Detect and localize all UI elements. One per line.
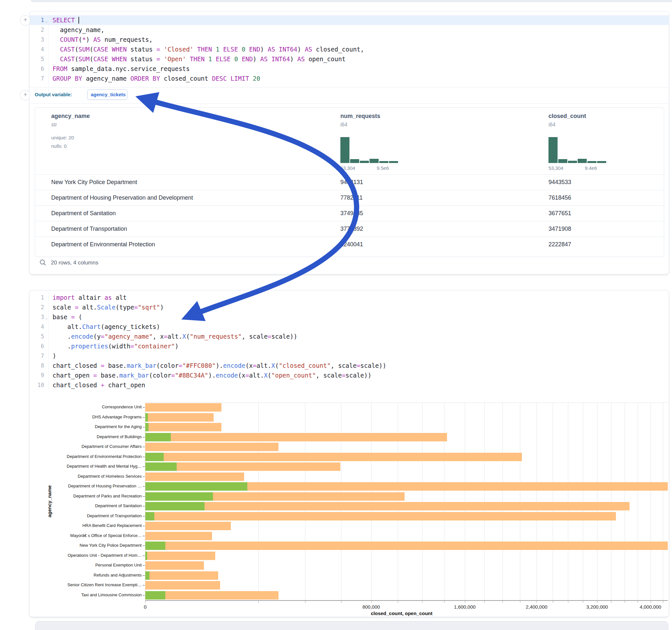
code-line[interactable]: 6 .properties(width="container") <box>30 341 668 351</box>
bar-closed[interactable] <box>145 552 215 560</box>
x-tick-mark <box>502 601 503 603</box>
bar-open[interactable] <box>145 541 165 550</box>
y-tick-label: DHS Advantage Programs <box>55 414 142 419</box>
bar-closed[interactable] <box>145 433 447 441</box>
x-tick-mark <box>371 601 371 603</box>
y-tick-label: Personal Exemption Unit <box>55 563 142 567</box>
cell-closed-count: 3677651 <box>549 210 571 217</box>
code-line[interactable]: 1import altair as alt <box>30 293 668 302</box>
y-tick-label: Department of Sanitation <box>55 503 142 508</box>
code-line[interactable]: 4 alt.Chart(agency_tickets) <box>30 322 668 332</box>
y-tick-label: Senior Citizen Rent Increase Exempti… <box>55 582 142 587</box>
bar-open[interactable] <box>145 512 154 520</box>
code-line[interactable]: 5 .encode(y="agency_name", x=alt.X("num_… <box>30 332 668 341</box>
bar-closed[interactable] <box>145 581 220 589</box>
bar-open[interactable] <box>145 552 147 560</box>
chevron-down-icon[interactable]: ⌄ <box>45 16 48 26</box>
code-line[interactable]: 5 CAST(SUM(CASE WHEN status = 'Open' THE… <box>30 54 668 64</box>
y-tick-mark <box>143 516 145 516</box>
gridline <box>371 403 371 600</box>
x-tick-mark <box>305 601 305 603</box>
search-icon[interactable] <box>39 259 46 266</box>
x-tick-mark <box>465 601 465 603</box>
bar-closed[interactable] <box>145 413 214 421</box>
y-tick-mark <box>143 565 145 566</box>
bar-closed[interactable] <box>145 532 212 540</box>
bar-closed[interactable] <box>145 571 218 580</box>
table-row[interactable]: Department of Sanitation37494853677651 <box>35 205 664 221</box>
add-cell-button[interactable]: + <box>20 90 30 100</box>
code-line[interactable]: 9chart_open = base.mark_bar(color="#8BC3… <box>30 370 668 380</box>
code-line[interactable]: 3 COUNT(*) AS num_requests, <box>30 35 668 44</box>
code-text: base = ( <box>52 312 82 322</box>
code-line[interactable]: 8chart_closed = base.mark_bar(color="#FF… <box>30 361 668 370</box>
gridline <box>465 403 465 600</box>
line-number: 8 <box>30 361 44 370</box>
bar-closed[interactable] <box>145 403 221 412</box>
table-row[interactable]: Department of Housing Preservation and D… <box>35 190 664 206</box>
table-row[interactable]: New York City Police Department945313194… <box>35 174 664 190</box>
bar-closed[interactable] <box>145 522 231 530</box>
code-text: chart_open = base.mark_bar(color="#8BC34… <box>52 370 371 380</box>
histogram-bar <box>549 137 557 163</box>
bar-closed[interactable] <box>145 423 221 431</box>
gutter-divider <box>48 13 49 94</box>
code-line[interactable]: 7) <box>30 351 668 361</box>
bar-open[interactable] <box>145 502 205 510</box>
column-histogram[interactable] <box>549 135 607 163</box>
y-tick-mark <box>143 446 145 447</box>
gridline <box>398 403 398 600</box>
code-line[interactable]: 7GROUP BY agency_name ORDER BY closed_co… <box>30 74 668 83</box>
bar-open[interactable] <box>145 492 213 501</box>
x-tick-mark <box>553 601 553 603</box>
bar-open[interactable] <box>145 462 177 471</box>
y-tick-label: Refunds and Adjustments <box>55 573 142 578</box>
bar-open[interactable] <box>145 571 149 580</box>
y-tick-mark <box>143 595 145 596</box>
code-line[interactable]: 1⌄SELECT <box>30 15 668 25</box>
bar-closed[interactable] <box>145 453 522 461</box>
table-row[interactable]: Department of Environmental Protection22… <box>35 237 664 252</box>
column-header: agency_name <box>51 113 90 120</box>
bar-closed[interactable] <box>145 541 668 550</box>
y-tick-mark <box>143 466 145 467</box>
code-line[interactable]: 2 agency_name, <box>30 25 668 35</box>
bar-open[interactable] <box>145 423 148 431</box>
y-tick-mark <box>143 407 145 408</box>
add-cell-button[interactable]: + <box>20 15 30 26</box>
code-line[interactable]: 2scale = alt.Scale(type="sqrt") <box>30 302 668 312</box>
x-tick-mark <box>663 601 663 603</box>
cell-num-requests: 3774892 <box>340 225 363 232</box>
bar-open[interactable] <box>145 433 171 441</box>
x-tick-label: 4,000,000 <box>640 604 661 610</box>
bar-closed[interactable] <box>145 561 204 570</box>
code-line[interactable]: 4 CAST(SUM(CASE WHEN status = 'Closed' T… <box>30 44 668 54</box>
histogram-max-label: 9.5e6 <box>377 165 389 171</box>
bar-open[interactable] <box>145 413 148 421</box>
code-line[interactable]: 3⌄base = ( <box>30 312 668 322</box>
bar-closed[interactable] <box>145 502 629 510</box>
x-tick-mark <box>520 601 520 603</box>
bar-closed[interactable] <box>145 512 616 520</box>
y-tick-mark <box>143 496 145 497</box>
code-line[interactable]: 6FROM sample_data.nyc.service_requests <box>30 64 668 74</box>
output-variable-pill[interactable]: agency_tickets <box>87 90 127 100</box>
bar-open[interactable] <box>145 482 247 491</box>
code-text: ) <box>52 351 56 361</box>
y-tick-label: Taxi and Limousine Commission <box>55 592 142 597</box>
python-code-editor[interactable]: 1import altair as alt2scale = alt.Scale(… <box>30 293 668 390</box>
code-text: chart_closed + chart_open <box>52 380 145 390</box>
line-number: 7 <box>30 351 44 361</box>
table-row[interactable]: Department of Transportation377489234719… <box>35 221 664 237</box>
chevron-down-icon[interactable]: ⌄ <box>45 313 48 323</box>
column-header: num_requests <box>340 113 380 120</box>
column-histogram[interactable] <box>340 135 399 163</box>
bar-closed[interactable] <box>145 472 244 481</box>
y-tick-label: Correspondence Unit <box>55 405 142 409</box>
sql-code-editor[interactable]: 1⌄SELECT 2 agency_name,3 COUNT(*) AS num… <box>30 15 668 83</box>
bar-open[interactable] <box>145 453 164 461</box>
code-line[interactable]: 10chart_closed + chart_open <box>30 380 668 390</box>
bar-closed[interactable] <box>145 443 279 451</box>
column-meta: nulls: 0 <box>51 143 67 149</box>
bar-open[interactable] <box>145 591 165 600</box>
